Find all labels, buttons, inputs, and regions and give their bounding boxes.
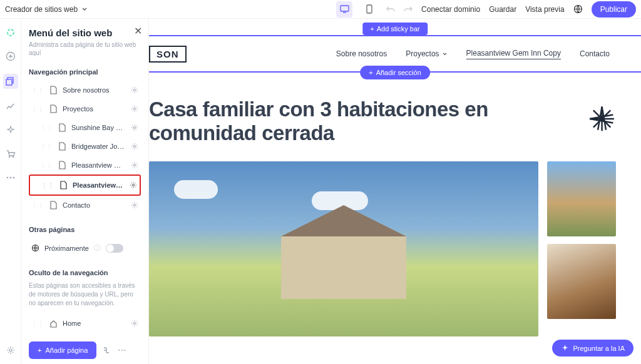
product-selector[interactable]: Creador de sitios web [5, 5, 88, 14]
svg-point-19 [133, 204, 135, 206]
gear-icon[interactable] [131, 143, 138, 150]
page-icon [58, 161, 66, 169]
rail-more-icon[interactable] [4, 171, 17, 184]
mobile-view-button[interactable] [361, 1, 377, 18]
svg-rect-0 [341, 6, 349, 11]
svg-point-3 [8, 29, 14, 36]
gear-icon[interactable] [131, 161, 138, 169]
gear-icon[interactable] [131, 105, 138, 113]
drag-handle-icon[interactable]: ⋮⋮ [40, 162, 53, 169]
nav-item[interactable]: ⋮⋮ Sunshine Bay Resid... [29, 118, 141, 137]
rail-add-icon[interactable] [4, 50, 17, 63]
nav-item[interactable]: ⋮⋮ Proyectos [29, 99, 141, 118]
globe-icon [573, 4, 583, 14]
house-decoration [281, 236, 406, 299]
mobile-icon [366, 4, 372, 14]
site-canvas[interactable]: + Add sticky bar SON Sobre nosotros Proy… [149, 19, 641, 364]
rail-store-icon[interactable] [4, 148, 17, 160]
nav-item[interactable]: ⋮⋮ Sobre nosotros [29, 81, 141, 99]
nav-item-label: Sobre nosotros [63, 86, 126, 94]
panel-title: Menú del sitio web [29, 28, 141, 38]
drag-handle-icon[interactable]: ⋮⋮ [31, 320, 44, 327]
drag-handle-icon[interactable]: ⋮⋮ [31, 202, 44, 209]
gear-icon[interactable] [131, 201, 138, 209]
site-nav-item[interactable]: Sobre nosotros [336, 49, 387, 59]
coming-soon-toggle[interactable] [106, 244, 123, 253]
save-link[interactable]: Guardar [489, 5, 516, 14]
page-icon [49, 86, 58, 94]
star-decoration-icon [588, 101, 616, 136]
redo-icon [404, 5, 413, 14]
site-nav-label: Proyectos [406, 49, 439, 58]
gear-icon[interactable] [131, 124, 138, 131]
nav-item[interactable]: ⋮⋮ Bridgewater Joy Res... [29, 137, 141, 156]
svg-point-17 [133, 164, 135, 166]
svg-point-12 [9, 349, 12, 351]
drag-handle-icon[interactable]: ⋮⋮ [40, 124, 53, 131]
nav-item-home[interactable]: ⋮⋮ Home [29, 314, 141, 333]
thumbnail-image[interactable] [547, 161, 616, 236]
svg-rect-6 [6, 79, 12, 85]
svg-rect-1 [367, 5, 372, 13]
page-icon [49, 104, 58, 113]
nav-item-label: Sunshine Bay Resid... [71, 124, 126, 131]
plus-icon: + [369, 69, 372, 76]
gear-icon[interactable] [130, 181, 137, 189]
svg-point-8 [12, 156, 13, 158]
site-nav-item[interactable]: Contacto [580, 49, 610, 59]
chevron-down-icon [81, 6, 88, 13]
nav-item-highlighted[interactable]: ⋮⋮ Pleasantview Gem Inn Copy [29, 174, 141, 196]
home-icon [49, 319, 58, 328]
thumbnail-image[interactable] [547, 244, 616, 319]
hidden-nav-description: Estas páginas son accesibles a través de… [29, 281, 141, 308]
site-logo[interactable]: SON [149, 46, 187, 63]
ask-ai-button[interactable]: Preguntar a la IA [552, 340, 633, 356]
rail-settings-icon[interactable] [4, 344, 17, 356]
hierarchy-icon[interactable] [103, 346, 111, 355]
drag-handle-icon[interactable]: ⋮⋮ [31, 87, 44, 94]
rail-analytics-icon[interactable] [4, 100, 17, 113]
gear-icon[interactable] [131, 320, 138, 327]
left-icon-rail [0, 19, 21, 364]
coming-soon-row: Próximamente ⓘ [29, 238, 141, 258]
desktop-icon [340, 5, 349, 13]
connect-domain-link[interactable]: Conectar dominio [421, 5, 480, 14]
rail-home-icon[interactable] [4, 26, 17, 39]
sticky-bar-label: Add sticky bar [377, 25, 420, 33]
ask-ai-label: Preguntar a la IA [573, 345, 625, 352]
nav-item-label: Pleasantview Gem I... [71, 161, 126, 169]
rail-pages-icon[interactable] [3, 74, 18, 89]
site-header-section[interactable]: SON Sobre nosotros Proyectos Pleasantvie… [149, 35, 641, 73]
site-nav-item[interactable]: Proyectos [406, 49, 447, 59]
drag-handle-icon[interactable]: ⋮⋮ [41, 182, 54, 189]
globe-button[interactable] [573, 4, 583, 14]
preview-link[interactable]: Vista previa [525, 5, 564, 14]
close-panel-button[interactable]: ✕ [134, 25, 142, 37]
site-nav-item-active[interactable]: Pleasantview Gem Inn Copy [466, 49, 561, 59]
info-icon[interactable]: ⓘ [94, 243, 101, 253]
nav-item-label: Pleasantview Gem Inn Copy [73, 181, 125, 189]
rail-sparkle-icon[interactable] [4, 124, 17, 136]
gear-icon[interactable] [131, 86, 138, 94]
nav-item[interactable]: ⋮⋮ Contacto [29, 196, 141, 215]
undo-button[interactable] [386, 5, 395, 14]
redo-button[interactable] [404, 5, 413, 14]
nav-item-label: Bridgewater Joy Res... [71, 143, 126, 150]
other-pages-label: Otras páginas [29, 226, 141, 233]
undo-icon [386, 5, 395, 14]
page-icon [49, 201, 58, 210]
drag-handle-icon[interactable]: ⋮⋮ [40, 143, 53, 150]
add-sticky-bar-button[interactable]: + Add sticky bar [362, 23, 428, 35]
page-headline[interactable]: Casa familiar con 3 habitaciones en comu… [149, 98, 577, 145]
page-icon [58, 142, 66, 151]
publish-button[interactable]: Publicar [592, 1, 636, 18]
add-page-button[interactable]: + Añadir página [29, 341, 96, 359]
svg-point-7 [8, 156, 9, 158]
nav-item[interactable]: ⋮⋮ Pleasantview Gem I... [29, 156, 141, 174]
desktop-view-button[interactable] [336, 1, 352, 18]
nav-item-label: Proyectos [63, 105, 126, 113]
more-icon[interactable]: ⋯ [118, 345, 126, 355]
hero-image-main[interactable] [149, 161, 538, 336]
drag-handle-icon[interactable]: ⋮⋮ [31, 106, 44, 113]
add-section-button[interactable]: + Añadir sección [360, 66, 430, 79]
